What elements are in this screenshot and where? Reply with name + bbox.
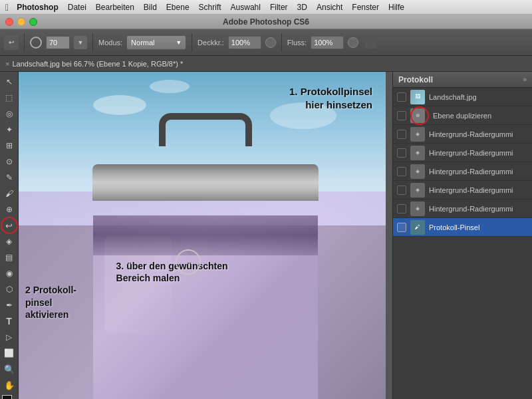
menu-photoshop[interactable]: Photoshop <box>17 3 59 12</box>
crop-tool-button[interactable]: ⊞ <box>2 138 17 153</box>
history-item[interactable]: ◈ Hintergrund-Radiergummi <box>393 200 532 218</box>
menu-ebene[interactable]: Ebene <box>166 3 190 12</box>
thumb-icon: ◈ <box>416 168 420 174</box>
history-checkbox[interactable] <box>397 92 406 102</box>
history-label: Protokoll-Pinsel <box>429 223 479 231</box>
lasso-tool-button[interactable]: ◎ <box>2 106 17 121</box>
bottle-rim <box>92 164 319 201</box>
options-toolbar: ↩ ▼ Modus: Normal ▼ Deckkr.: Fluss: <box>0 29 532 56</box>
menu-bearbeiten[interactable]: Bearbeiten <box>96 3 134 12</box>
stamp-button[interactable]: ⊕ <box>2 202 17 217</box>
history-item[interactable]: ◈ Hintergrund-Radiergummi <box>393 181 532 200</box>
cloud-2 <box>150 80 190 93</box>
foreground-color[interactable] <box>2 395 12 399</box>
mode-label: Modus: <box>98 39 122 47</box>
history-thumbnail: ◈ <box>410 146 425 160</box>
healing-brush-button[interactable]: ✎ <box>2 170 17 185</box>
menu-ansicht[interactable]: Ansicht <box>317 3 342 12</box>
thumb-icon: ◈ <box>416 150 420 156</box>
menu-fenster[interactable]: Fenster <box>352 3 379 12</box>
brush-button[interactable]: 🖌 <box>2 186 17 201</box>
tools-panel: ↖ ⬚ ◎ ✦ ⊞ ⊙ ✎ 🖌 ⊕ ↩ ◈ ▤ ◉ ⬡ ✒ T ▷ ⬜ 🔍 ✋ <box>0 72 19 399</box>
zoom-button[interactable]: 🔍 <box>2 362 17 376</box>
type-button[interactable]: T <box>2 314 17 329</box>
history-label: Hintergrund-Radiergummi <box>429 168 513 176</box>
menu-auswahl[interactable]: Auswahl <box>231 3 261 12</box>
history-item-active[interactable]: 🖌 Protokoll-Pinsel <box>393 218 532 237</box>
bottle-handle-container <box>139 113 272 150</box>
blur-button[interactable]: ◉ <box>2 266 17 281</box>
menu-3d[interactable]: 3D <box>297 3 307 12</box>
history-item[interactable]: ◈ Hintergrund-Radiergummi <box>393 125 532 144</box>
menu-filter[interactable]: Filter <box>270 3 288 12</box>
history-thumb-highlight-container: ⊕ <box>410 108 429 123</box>
mode-dropdown[interactable]: Normal ▼ <box>126 35 186 50</box>
history-checkbox[interactable] <box>397 223 406 232</box>
annotation-2: 2 Protokoll- pinsel aktivieren <box>25 284 76 321</box>
history-checkbox[interactable] <box>397 111 406 120</box>
history-label: Hintergrund-Radiergummi <box>429 130 513 138</box>
menu-bild[interactable]: Bild <box>144 3 157 12</box>
history-label: Hintergrund-Radiergummi <box>429 205 513 213</box>
flow-input[interactable] <box>311 36 344 49</box>
history-checkbox[interactable] <box>397 167 406 176</box>
history-checkbox[interactable] <box>397 148 406 158</box>
move-tool-button[interactable]: ↖ <box>2 74 17 89</box>
history-item[interactable]: ⊕ Ebene duplizieren <box>393 106 532 125</box>
apple-logo-icon[interactable]:  <box>5 2 9 13</box>
history-brush-button[interactable]: ↩ <box>2 218 17 233</box>
bottle-shadow-band <box>93 215 317 255</box>
airbrush-icon[interactable] <box>365 37 377 49</box>
brush-tool-icon[interactable]: ↩ <box>4 35 19 50</box>
pen-button[interactable]: ✒ <box>2 298 17 313</box>
opacity-wheel-icon[interactable] <box>265 37 276 48</box>
history-checkbox[interactable] <box>397 130 406 139</box>
history-label: Hintergrund-Radiergummi <box>429 149 513 157</box>
tab-close-button[interactable]: × <box>5 60 9 68</box>
maximize-button[interactable] <box>29 18 37 26</box>
history-item[interactable]: 🖼 Landschaft.jpg <box>393 88 532 106</box>
history-item[interactable]: ◈ Hintergrund-Radiergummi <box>393 162 532 181</box>
gradient-button[interactable]: ▤ <box>2 250 17 265</box>
opacity-input[interactable] <box>228 36 261 49</box>
document-tab[interactable]: Landschaft.jpg bei 66.7% (Ebene 1 Kopie,… <box>12 60 183 68</box>
brush-size-input[interactable] <box>46 36 70 49</box>
close-button[interactable] <box>5 18 13 26</box>
annotation-1-text: 1. Protokollpinsel hier hinsetzen <box>289 86 372 110</box>
bottle-handle-arch <box>159 113 252 146</box>
shape-button[interactable]: ⬜ <box>2 346 17 360</box>
opacity-label: Deckkr.: <box>198 39 224 47</box>
canvas-area: 1. Protokollpinsel hier hinsetzen 2 Prot… <box>19 72 392 399</box>
document-tabbar: × Landschaft.jpg bei 66.7% (Ebene 1 Kopi… <box>0 56 532 72</box>
magic-wand-button[interactable]: ✦ <box>2 122 17 137</box>
history-brush-icon: ↩ <box>5 221 13 231</box>
selection-tool-button[interactable]: ⬚ <box>2 90 17 105</box>
path-selection-button[interactable]: ▷ <box>2 330 17 344</box>
color-swatches[interactable] <box>2 395 17 399</box>
menu-datei[interactable]: Datei <box>68 3 86 12</box>
history-checkbox[interactable] <box>397 204 406 213</box>
flow-label: Fluss: <box>287 39 307 47</box>
eyedropper-button[interactable]: ⊙ <box>2 154 17 169</box>
brush-picker-icon[interactable]: ▼ <box>74 36 87 49</box>
history-thumbnail: ◈ <box>410 201 425 216</box>
menu-schrift[interactable]: Schrift <box>199 3 221 12</box>
mode-value: Normal <box>131 39 154 47</box>
history-checkbox[interactable] <box>397 186 406 195</box>
history-thumbnail: ◈ <box>410 164 425 179</box>
flow-wheel-icon[interactable] <box>348 37 358 48</box>
eraser-button[interactable]: ◈ <box>2 234 17 249</box>
history-panel: Protokoll » 🖼 Landschaft.jpg ⊕ Ebene dup… <box>392 72 532 399</box>
hand-button[interactable]: ✋ <box>2 378 17 392</box>
vertical-scrollbar[interactable] <box>386 72 392 399</box>
thumb-icon: ◈ <box>416 205 420 211</box>
menu-hilfe[interactable]: Hilfe <box>388 3 404 12</box>
thumb-icon: ◈ <box>416 187 420 193</box>
separator-4 <box>281 33 282 52</box>
thumb-icon: ◈ <box>416 131 420 137</box>
dodge-button[interactable]: ⬡ <box>2 282 17 297</box>
panel-expand-button[interactable]: » <box>523 76 527 83</box>
history-item[interactable]: ◈ Hintergrund-Radiergummi <box>393 144 532 162</box>
minimize-button[interactable] <box>17 18 25 26</box>
history-thumbnail: ◈ <box>410 127 425 142</box>
